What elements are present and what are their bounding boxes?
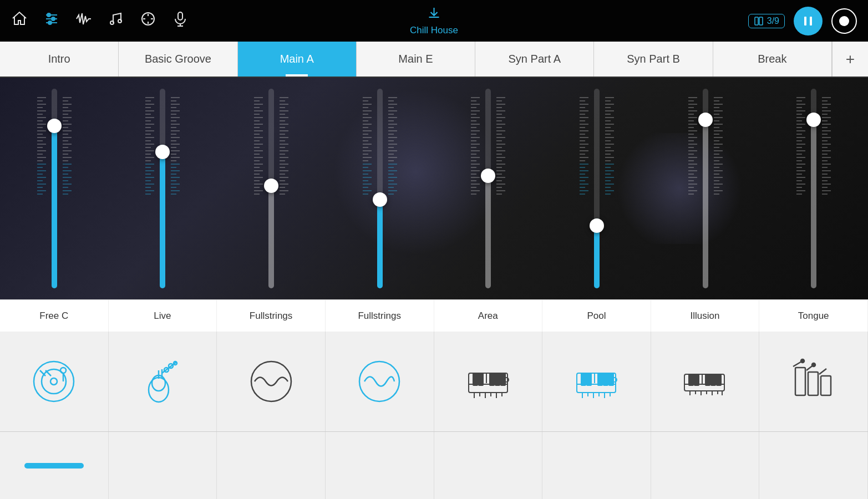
- slider-pool: [542, 78, 651, 299]
- svg-rect-13: [759, 17, 763, 25]
- svg-rect-42: [479, 373, 483, 385]
- fader-handle-illusion[interactable]: [698, 113, 713, 127]
- inst-name-fullstrings-1[interactable]: Fullstrings: [217, 300, 326, 332]
- tab-intro[interactable]: Intro: [0, 42, 119, 77]
- svg-rect-97: [821, 376, 831, 395]
- inst-name-fullstrings-2[interactable]: Fullstrings: [326, 300, 434, 332]
- tab-syn-part-a[interactable]: Syn Part A: [475, 42, 594, 77]
- mic-icon[interactable]: [172, 11, 189, 31]
- svg-point-5: [48, 21, 52, 24]
- fader-handle-free-c[interactable]: [47, 119, 62, 133]
- instrument-names-bar: Free C Live Fullstrings Fullstrings Area…: [0, 299, 868, 332]
- svg-point-3: [47, 13, 50, 17]
- notes-icon[interactable]: [108, 11, 124, 31]
- svg-rect-65: [603, 373, 608, 385]
- counter-badge[interactable]: 3/9: [748, 14, 785, 28]
- svg-rect-43: [490, 373, 494, 385]
- bottom-cell-5[interactable]: [434, 432, 543, 499]
- tab-basic-groove[interactable]: Basic Groove: [119, 42, 237, 77]
- slider-free-c: [0, 78, 109, 299]
- bottom-cell-4[interactable]: [326, 432, 434, 499]
- counter-value: 3/9: [767, 16, 779, 26]
- synth-wave-icon: [246, 357, 296, 406]
- sliders-area: [0, 78, 868, 299]
- svg-rect-85: [705, 374, 710, 385]
- inst-icon-illusion[interactable]: [651, 332, 760, 431]
- svg-rect-15: [810, 17, 812, 26]
- fader-handle-live[interactable]: [155, 145, 170, 159]
- add-tab-button[interactable]: +: [832, 42, 868, 77]
- record-button[interactable]: [831, 8, 857, 34]
- svg-rect-9: [178, 12, 182, 20]
- svg-rect-64: [598, 373, 602, 385]
- keyboard-dark-icon: [680, 357, 730, 406]
- fader-handle-fullstrings-1[interactable]: [264, 179, 278, 193]
- slider-fullstrings-1: [217, 78, 326, 299]
- svg-rect-86: [711, 374, 715, 385]
- nav-right-controls: 3/9: [748, 7, 857, 35]
- svg-rect-41: [473, 373, 478, 385]
- svg-rect-87: [717, 374, 721, 385]
- svg-point-101: [801, 359, 804, 363]
- play-pause-button[interactable]: [794, 7, 823, 35]
- guitar-icon: [138, 357, 187, 406]
- slider-illusion: [651, 78, 760, 299]
- svg-point-32: [359, 361, 399, 401]
- inst-icon-free-c[interactable]: [0, 332, 109, 431]
- tab-main-e[interactable]: Main E: [357, 42, 475, 77]
- waveform-icon[interactable]: [75, 11, 92, 31]
- bottom-cell-6[interactable]: [542, 432, 651, 499]
- bottom-cell-7[interactable]: [651, 432, 760, 499]
- keyboard-icon: [463, 357, 513, 406]
- fader-handle-tongue[interactable]: [806, 113, 821, 127]
- counter-icon: [754, 16, 764, 26]
- bottom-cell-1[interactable]: [0, 432, 109, 499]
- svg-rect-14: [804, 17, 806, 26]
- song-name: Chill House: [410, 25, 458, 36]
- inst-icon-fullstrings-1[interactable]: [217, 332, 326, 431]
- bottom-cell-3[interactable]: [217, 432, 326, 499]
- inst-icon-fullstrings-2[interactable]: [326, 332, 434, 431]
- download-icon[interactable]: [427, 6, 441, 24]
- slider-area: [434, 78, 543, 299]
- svg-rect-44: [495, 373, 500, 385]
- fader-handle-fullstrings-2[interactable]: [373, 192, 387, 207]
- nav-icons-left: [11, 11, 189, 31]
- tab-syn-part-b[interactable]: Syn Part B: [594, 42, 713, 77]
- inst-name-area[interactable]: Area: [434, 300, 543, 332]
- tab-main-a[interactable]: Main A: [238, 42, 357, 77]
- inst-icon-live[interactable]: [109, 332, 217, 431]
- bottom-cell-2[interactable]: [109, 432, 217, 499]
- inst-name-live[interactable]: Live: [109, 300, 217, 332]
- svg-point-7: [118, 19, 121, 23]
- fader-handle-area[interactable]: [481, 169, 495, 183]
- home-icon[interactable]: [11, 11, 28, 31]
- instrument-icons-bar: [0, 332, 868, 431]
- tab-break[interactable]: Break: [713, 42, 832, 77]
- svg-point-21: [60, 368, 66, 373]
- slider-tongue: [759, 78, 868, 299]
- bottom-bar: [0, 431, 868, 499]
- loop-icon[interactable]: [140, 11, 156, 31]
- svg-point-6: [110, 21, 114, 24]
- marimba-icon: [789, 357, 839, 406]
- inst-icon-area[interactable]: [434, 332, 543, 431]
- progress-bar-1: [24, 463, 84, 469]
- svg-rect-83: [689, 374, 693, 385]
- mixer-icon[interactable]: [43, 11, 60, 31]
- svg-line-100: [819, 369, 826, 374]
- inst-name-tongue[interactable]: Tongue: [759, 300, 868, 332]
- inst-icon-tongue[interactable]: [759, 332, 868, 431]
- inst-name-pool[interactable]: Pool: [542, 300, 651, 332]
- svg-rect-63: [587, 373, 591, 385]
- inst-name-illusion[interactable]: Illusion: [651, 300, 760, 332]
- sliders-container: [0, 78, 868, 299]
- record-dot: [839, 16, 849, 26]
- inst-name-free-c[interactable]: Free C: [0, 300, 109, 332]
- svg-point-18: [50, 378, 57, 385]
- fader-handle-pool[interactable]: [590, 218, 604, 233]
- top-navigation: Chill House 3/9: [0, 0, 868, 42]
- svg-rect-62: [581, 373, 586, 385]
- inst-icon-pool[interactable]: [542, 332, 651, 431]
- bottom-cell-8[interactable]: [759, 432, 868, 499]
